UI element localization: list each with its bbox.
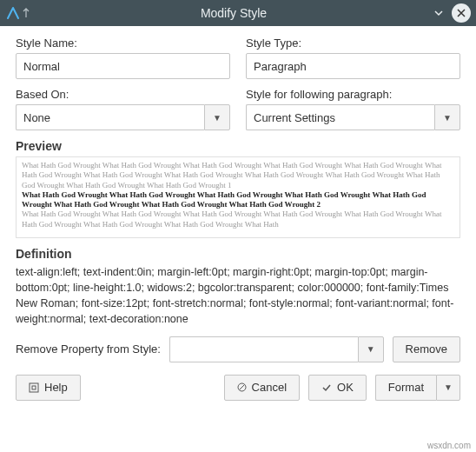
remove-property-select[interactable]: [169, 336, 358, 362]
chevron-down-icon: ▼: [443, 113, 452, 123]
definition-heading: Definition: [16, 247, 460, 261]
svg-rect-0: [30, 383, 38, 392]
help-icon: [29, 382, 39, 393]
based-on-dropdown-button[interactable]: ▼: [204, 104, 230, 130]
help-button[interactable]: Help: [16, 375, 81, 401]
chevron-down-icon: ▼: [213, 113, 221, 123]
app-logo-icon: [5, 5, 21, 21]
following-paragraph-select[interactable]: Current Settings: [246, 104, 434, 130]
help-button-label: Help: [44, 381, 68, 394]
titlebar: Modify Style: [0, 0, 476, 26]
preview-sample-before: What Hath God Wrought What Hath God Wrou…: [22, 161, 454, 190]
close-button[interactable]: [452, 3, 471, 23]
format-dropdown-button[interactable]: ▼: [436, 375, 460, 401]
style-name-label: Style Name:: [16, 37, 230, 50]
chevron-down-icon: ▼: [367, 344, 375, 354]
ok-button[interactable]: OK: [308, 375, 367, 401]
minimize-button[interactable]: [429, 3, 448, 23]
based-on-select[interactable]: None: [16, 104, 204, 130]
following-paragraph-dropdown-button[interactable]: ▼: [434, 104, 460, 130]
style-name-input[interactable]: [16, 53, 230, 79]
watermark: wsxdn.com: [427, 441, 471, 450]
cancel-icon: [237, 382, 247, 392]
remove-property-dropdown-button[interactable]: ▼: [358, 336, 384, 362]
preview-sample-after: What Hath God Wrought What Hath God Wrou…: [22, 209, 454, 229]
based-on-label: Based On:: [16, 88, 230, 101]
window-title: Modify Style: [42, 6, 426, 20]
svg-line-3: [239, 385, 244, 390]
preview-heading: Preview: [16, 139, 460, 153]
style-type-value: Paragraph: [246, 53, 460, 79]
format-button[interactable]: Format: [375, 375, 436, 401]
chevron-down-icon: ▼: [444, 382, 453, 392]
cancel-button[interactable]: Cancel: [224, 375, 300, 401]
following-paragraph-label: Style for following paragraph:: [246, 88, 460, 101]
definition-text: text-align:left; text-indent:0in; margin…: [16, 264, 460, 328]
svg-rect-1: [32, 386, 36, 389]
ok-button-label: OK: [337, 381, 354, 394]
check-icon: [321, 382, 332, 393]
style-type-label: Style Type:: [246, 37, 460, 50]
cancel-button-label: Cancel: [252, 381, 287, 394]
pin-icon[interactable]: [21, 8, 42, 18]
dialog-content: Style Name: Style Type: Paragraph Based …: [0, 26, 476, 406]
remove-button[interactable]: Remove: [393, 336, 460, 362]
preview-sample-current: What Hath God Wrought What Hath God Wrou…: [22, 190, 454, 210]
remove-property-label: Remove Property from Style:: [16, 342, 161, 356]
preview-area: What Hath God Wrought What Hath God Wrou…: [16, 156, 460, 238]
